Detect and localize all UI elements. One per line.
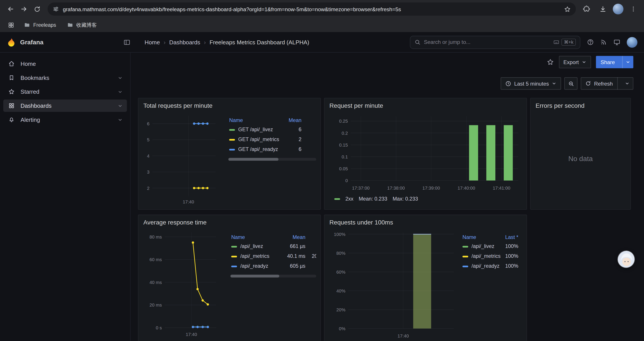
sidebar-toggle-button[interactable]	[123, 38, 131, 46]
share-label[interactable]: Share	[596, 56, 619, 68]
browser-menu-button[interactable]	[627, 3, 640, 16]
bookmark-folder-blogs[interactable]: 收藏博客	[64, 21, 100, 30]
refresh-interval-button[interactable]	[622, 77, 633, 90]
star-icon	[8, 88, 15, 95]
chevron-down-icon[interactable]	[118, 75, 123, 80]
grafana-logo[interactable]	[6, 38, 16, 47]
legend-row[interactable]: /api/_metrics40.1 ms20.5 m	[230, 251, 316, 261]
extensions-button[interactable]	[580, 3, 593, 16]
monitor-icon	[613, 38, 620, 46]
legend-column-header[interactable]: Name	[228, 116, 286, 124]
url-text[interactable]: grafana.mathmast.com/d/deytv4rwavabkb/fr…	[63, 6, 560, 12]
svg-text:3: 3	[147, 169, 150, 174]
downloads-button[interactable]	[596, 3, 610, 16]
breadcrumb-dashboards[interactable]: Dashboards	[169, 39, 200, 46]
browser-chrome: grafana.mathmast.com/d/deytv4rwavabkb/fr…	[0, 0, 644, 32]
average-response-time-chart[interactable]: 80 ms60 ms40 ms20 ms0 s17:40	[142, 228, 227, 338]
bookmark-star-icon[interactable]	[564, 6, 571, 13]
legend-scrollbar[interactable]	[228, 158, 316, 161]
chevron-down-icon[interactable]	[118, 117, 123, 122]
download-icon	[599, 5, 607, 13]
back-button[interactable]	[4, 3, 17, 16]
share-menu-button[interactable]	[622, 56, 634, 68]
favorite-dashboard-button[interactable]	[546, 58, 554, 66]
sidebar-item-home[interactable]: Home	[3, 58, 127, 70]
panel-title[interactable]: Request per minute	[328, 101, 522, 112]
zoom-out-button[interactable]	[564, 77, 578, 90]
legend-table: NameMeanGET /api/_livez6GET /api/_metric…	[228, 116, 302, 154]
legend-column-header[interactable]: Las	[306, 233, 316, 241]
svg-text:0%: 0%	[339, 326, 346, 331]
chevron-down-icon[interactable]	[118, 103, 123, 108]
legend-column-header[interactable]: Last *	[504, 233, 519, 241]
apps-button[interactable]	[6, 20, 16, 31]
chevron-down-icon	[552, 81, 556, 86]
sidebar-item-alerting[interactable]: Alerting	[3, 113, 127, 126]
chevron-down-icon	[626, 60, 630, 65]
user-avatar[interactable]	[627, 37, 638, 48]
legend-series-label[interactable]: 2xx	[346, 196, 353, 202]
panel-title[interactable]: Requests under 100ms	[328, 217, 522, 228]
svg-text:17:40: 17:40	[186, 332, 197, 337]
panel-title[interactable]: Total requests per minute	[142, 101, 316, 112]
legend-row[interactable]: GET /api/_livez6	[228, 125, 302, 135]
sidebar-item-starred[interactable]: Starred	[3, 86, 127, 98]
legend-column-header[interactable]: Mean	[281, 233, 306, 241]
home-icon	[8, 60, 15, 67]
profile-avatar[interactable]	[613, 4, 624, 15]
breadcrumb-separator: ›	[204, 39, 206, 46]
svg-text:40%: 40%	[336, 288, 346, 293]
chevron-down-icon[interactable]	[118, 89, 123, 94]
back-icon	[7, 5, 14, 13]
panel-title[interactable]: Errors per second	[535, 101, 626, 112]
news-button[interactable]	[600, 39, 607, 46]
legend-row[interactable]: /api/_readyz605 µs620	[230, 261, 316, 271]
legend-row[interactable]: /api/_readyz100%	[462, 261, 519, 271]
assistant-avatar-image	[618, 251, 635, 268]
legend-row[interactable]: /api/_metrics100%	[462, 251, 519, 261]
kiosk-mode-button[interactable]	[613, 38, 620, 46]
forward-button[interactable]	[17, 3, 30, 16]
svg-text:0.25: 0.25	[339, 119, 348, 124]
svg-text:5: 5	[147, 137, 150, 142]
export-button[interactable]: Export	[559, 56, 591, 68]
help-button[interactable]	[587, 39, 594, 46]
requests-under-100ms-chart[interactable]: 100%80%60%40%20%0%17:40	[328, 228, 458, 340]
bookmark-folder-freeleaps[interactable]: Freeleaps	[20, 21, 60, 30]
series-swatch	[231, 265, 237, 267]
share-button[interactable]: Share	[596, 56, 633, 68]
site-info-icon[interactable]	[52, 6, 59, 12]
panel-title[interactable]: Average response time	[142, 217, 316, 228]
scrollbar-thumb[interactable]	[228, 158, 278, 161]
refresh-button[interactable]: Refresh	[581, 77, 633, 90]
topnav-icons	[587, 37, 638, 48]
reload-button[interactable]	[30, 3, 44, 16]
floating-assistant-avatar[interactable]	[617, 250, 635, 268]
breadcrumb-current: Freeleaps Metrics Dashboard (ALPHA)	[210, 39, 309, 46]
svg-text:40 ms: 40 ms	[150, 280, 162, 285]
legend-column-header[interactable]: Name	[462, 233, 504, 241]
series-swatch	[231, 256, 237, 257]
legend-column-header[interactable]: Name	[230, 233, 281, 241]
sidebar-item-dashboards[interactable]: Dashboards	[3, 99, 127, 112]
time-range-picker[interactable]: Last 5 minutes	[501, 77, 561, 90]
legend-column-header[interactable]: Mean	[286, 116, 302, 124]
svg-text:17:41:00: 17:41:00	[493, 185, 510, 190]
divider	[617, 77, 618, 90]
legend-row[interactable]: /api/_livez100%	[462, 241, 519, 251]
svg-text:20%: 20%	[336, 307, 346, 312]
folder-icon	[24, 22, 30, 28]
sidebar-item-bookmarks[interactable]: Bookmarks	[3, 72, 127, 84]
legend-scrollbar[interactable]	[230, 275, 316, 278]
request-per-minute-chart[interactable]: 0.250.20.150.10.05017:37:0017:38:0017:39…	[328, 112, 523, 192]
breadcrumb-home[interactable]: Home	[145, 39, 160, 46]
scrollbar-thumb[interactable]	[230, 275, 279, 278]
url-bar[interactable]: grafana.mathmast.com/d/deytv4rwavabkb/fr…	[48, 3, 576, 16]
search-input[interactable]: Search or jump to... ⌘+k	[410, 36, 580, 49]
legend-row[interactable]: GET /api/_metrics2	[228, 135, 302, 144]
legend-row[interactable]: GET /api/_readyz6	[228, 144, 302, 154]
dashboard-toolbar: Last 5 minutes Refresh	[501, 77, 633, 90]
series-swatch	[229, 139, 235, 140]
legend-row[interactable]: /api/_livez661 µs646	[230, 241, 316, 251]
total-requests-chart[interactable]: 6543217:40	[142, 112, 225, 206]
